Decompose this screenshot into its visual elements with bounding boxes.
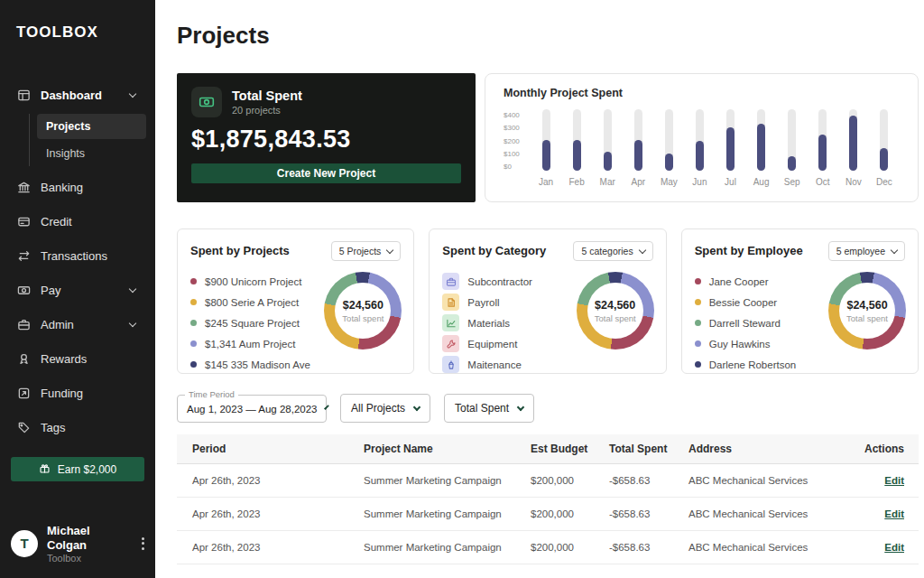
table-cell: -$658.63: [594, 508, 673, 519]
kebab-menu-icon[interactable]: [136, 534, 150, 554]
table-cell: Summer Marketing Campaign: [348, 508, 515, 519]
card-title: Spent by Employee: [695, 241, 803, 257]
employees-count-dropdown[interactable]: 5 employee: [828, 241, 905, 261]
x-tick: Feb: [569, 177, 585, 187]
x-tick: Jun: [692, 177, 707, 187]
column-header: Est Budget: [515, 443, 594, 455]
bar-nov: Nov: [838, 109, 869, 187]
chevron-down-icon: [129, 284, 136, 292]
edit-link[interactable]: Edit: [884, 542, 904, 553]
table-cell-actions: Edit: [849, 475, 919, 486]
legend-label: Equipment: [467, 339, 517, 350]
bank-icon: [16, 180, 31, 194]
user-org: Toolbox: [47, 553, 127, 564]
sidebar-item-transactions[interactable]: Transactions: [9, 238, 146, 273]
table-cell: Summer Marketing Campaign: [348, 542, 515, 553]
user-info: Michael Colgan Toolbox: [47, 524, 127, 564]
total-spent-titles: Total Spent 20 projects: [232, 89, 302, 116]
sidebar-item-rewards[interactable]: Rewards: [9, 341, 146, 376]
legend-label: $800 Serie A Project: [205, 297, 299, 308]
gift-icon: [39, 462, 51, 477]
metric-filter-value: Total Spent: [455, 402, 509, 415]
x-tick: Jul: [725, 177, 736, 187]
legend-label: Subcontractor: [467, 276, 532, 287]
edit-link[interactable]: Edit: [884, 508, 904, 519]
bar-chart: $400$300$200$100$0 JanFebMarAprMayJunJul…: [504, 109, 900, 187]
project-filter-value: All Projects: [351, 402, 405, 415]
sidebar-nav: DashboardProjectsInsightsBankingCreditTr…: [0, 78, 155, 444]
brand-logo: TOOLBOX: [0, 0, 155, 42]
card-title: Spent by Category: [442, 241, 546, 257]
projects-count-dropdown[interactable]: 5 Projects: [331, 241, 402, 261]
x-tick: Mar: [600, 177, 615, 187]
legend-dot: [190, 278, 197, 284]
sidebar-item-label: Pay: [41, 284, 60, 297]
edit-link[interactable]: Edit: [884, 475, 904, 486]
categories-count-dropdown[interactable]: 5 categories: [573, 241, 652, 261]
sidebar-item-label: Rewards: [41, 352, 87, 366]
sidebar-item-label: Admin: [41, 318, 74, 331]
sidebar-item-credit[interactable]: Credit: [9, 204, 146, 238]
bar-jun: Jun: [684, 109, 715, 187]
banknote-icon: [191, 87, 222, 117]
sidebar-item-tags[interactable]: Tags: [9, 410, 146, 444]
legend-dot: [190, 340, 197, 347]
sidebar-item-label: Banking: [41, 181, 83, 194]
bar-dec: Dec: [869, 109, 900, 187]
table-cell-actions: Edit: [849, 542, 919, 553]
spent-by-category-card: Spent by Category 5 categories Subcontra…: [429, 228, 666, 374]
user-profile[interactable]: T Michael Colgan Toolbox: [11, 524, 150, 564]
sidebar-submenu: ProjectsInsights: [29, 114, 146, 166]
column-header: Total Spent: [594, 443, 673, 455]
legend-dot: [695, 340, 701, 347]
dropdown-value: 5 Projects: [339, 246, 382, 256]
legend-label: Guy Hawkins: [709, 339, 771, 350]
chevron-down-icon: [891, 247, 898, 254]
table-cell: ABC Mechanical Services: [673, 542, 849, 553]
sidebar-item-banking[interactable]: Banking: [9, 170, 146, 204]
briefcase-icon: [16, 317, 31, 331]
sidebar-item-funding[interactable]: Funding: [9, 376, 146, 410]
total-spent-card: Total Spent 20 projects $1,875,843.53 Cr…: [177, 73, 476, 202]
table-cell: Apr 26th, 2023: [177, 542, 348, 553]
metric-filter-dropdown[interactable]: Total Spent: [444, 394, 534, 423]
table-row: Apr 26th, 2023Summer Marketing Campaign$…: [177, 531, 919, 564]
time-period-value: Aug 1, 2023 — Aug 28,2023: [187, 404, 318, 415]
table-cell: $200,000: [515, 475, 594, 486]
sidebar-item-admin[interactable]: Admin: [9, 307, 146, 341]
x-tick: Jan: [539, 177, 553, 187]
banknote-icon: [16, 283, 31, 297]
legend-dot: [190, 320, 197, 326]
column-header: Actions: [849, 443, 919, 455]
user-name: Michael Colgan: [47, 524, 127, 554]
sidebar-item-dashboard[interactable]: Dashboard: [9, 78, 146, 112]
time-period-picker[interactable]: Time Period Aug 1, 2023 — Aug 28,2023: [177, 395, 327, 423]
column-header: Address: [673, 443, 849, 455]
x-tick: Nov: [845, 177, 862, 187]
x-tick: Sep: [784, 177, 800, 187]
legend-item: Maitenance: [442, 354, 652, 375]
chevron-down-icon: [638, 247, 645, 254]
project-filter-dropdown[interactable]: All Projects: [340, 394, 430, 423]
document-icon: [442, 294, 459, 311]
sidebar-item-pay[interactable]: Pay: [9, 273, 146, 307]
chevron-down-icon: [386, 247, 393, 254]
table-row: Apr 26th, 2023Summer Marketing Campaign$…: [177, 498, 919, 531]
earn-reward-button[interactable]: Earn $2,000: [11, 457, 144, 481]
donut-chart: $24,560 Total spent: [577, 272, 654, 350]
table-cell: Apr 26th, 2023: [177, 508, 348, 519]
sidebar-subitem-insights[interactable]: Insights: [37, 141, 146, 166]
create-new-project-button[interactable]: Create New Project: [191, 163, 461, 183]
bar-sep: Sep: [777, 109, 808, 187]
legend-label: $1,341 Aum Project: [205, 339, 295, 350]
total-spent-title: Total Spent: [232, 89, 302, 103]
bar-jan: Jan: [531, 109, 561, 187]
legend-label: Payroll: [467, 297, 499, 308]
app-window: TOOLBOX DashboardProjectsInsightsBanking…: [0, 0, 924, 578]
y-tick: $300: [504, 124, 527, 132]
sidebar-subitem-projects[interactable]: Projects: [37, 114, 146, 139]
x-tick: Dec: [876, 177, 892, 187]
dropdown-value: 5 categories: [581, 246, 633, 256]
table-cell: -$658.63: [594, 542, 673, 553]
bar-apr: Apr: [623, 109, 653, 187]
